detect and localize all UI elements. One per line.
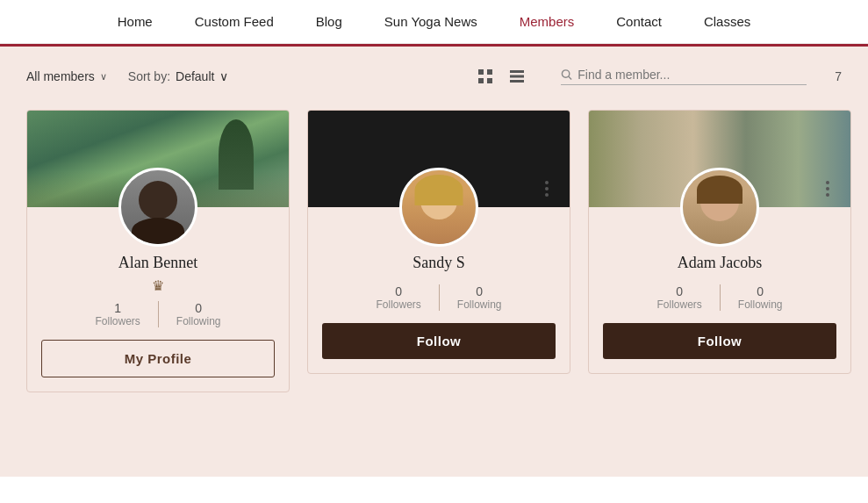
members-grid: Alan Bennet ♛ 1 Followers 0 Following My… [26,110,842,392]
nav-custom-feed[interactable]: Custom Feed [195,14,274,29]
following-count-sandy: 0 [457,284,502,298]
followers-label-sandy: Followers [376,298,420,311]
sort-caret: ∨ [219,69,228,83]
nav-classes[interactable]: Classes [704,14,750,29]
search-icon [561,68,572,81]
svg-rect-4 [510,70,524,73]
following-adam: 0 Following [721,284,800,311]
follow-button-adam[interactable]: Follow [603,323,836,359]
dot3 [826,193,829,197]
dot2 [826,187,829,190]
search-area [561,68,807,85]
my-profile-button[interactable]: My Profile [41,340,275,377]
following-count-alan: 0 [176,301,221,315]
followers-count-adam: 0 [656,284,701,298]
card-body-sandy: Sandy S 0 Followers 0 Following Follow [308,254,570,373]
all-members-label: All members [26,69,95,83]
member-name-alan: Alan Bennet [41,254,275,272]
grid-view-button[interactable] [473,64,498,89]
svg-point-7 [563,70,570,77]
followers-label-alan: Followers [95,315,140,327]
search-input[interactable] [577,68,807,82]
view-toggle [473,64,529,89]
stats-sandy: 0 Followers 0 Following [322,284,556,311]
member-card-alan: Alan Bennet ♛ 1 Followers 0 Following My… [26,110,290,392]
nav-sun-yoga-news[interactable]: Sun Yoga News [384,14,477,29]
member-card-sandy: Sandy S 0 Followers 0 Following Follow [307,110,570,374]
followers-label-adam: Followers [656,298,701,311]
following-count-adam: 0 [738,284,783,298]
sort-by-dropdown[interactable]: Sort by: Default ∨ [128,69,229,83]
dot3 [545,193,549,197]
member-count: 7 [835,69,842,83]
dot1 [545,181,549,184]
followers-adam: 0 Followers [639,284,720,311]
followers-count-sandy: 0 [376,284,420,298]
avatar-wrap-adam [589,168,850,247]
stats-alan: 1 Followers 0 Following [41,301,275,327]
following-label-alan: Following [176,315,221,327]
followers-alan: 1 Followers [77,301,158,327]
svg-rect-0 [478,69,484,75]
more-options-adam[interactable] [815,176,840,201]
more-options-sandy[interactable] [534,176,559,201]
avatar-adam [680,168,759,247]
card-body-alan: Alan Bennet ♛ 1 Followers 0 Following My… [27,254,289,392]
svg-rect-6 [510,80,524,83]
svg-rect-2 [478,78,484,83]
list-view-button[interactable] [505,64,529,89]
avatar-sandy [399,168,478,247]
followers-count-alan: 1 [95,301,140,315]
nav-contact[interactable]: Contact [616,14,662,29]
avatar-alan [118,168,197,247]
svg-line-8 [569,76,571,79]
main-nav: Home Custom Feed Blog Sun Yoga News Memb… [0,0,868,44]
svg-rect-3 [487,78,492,83]
nav-members[interactable]: Members [520,14,575,29]
follow-button-sandy[interactable]: Follow [322,323,556,359]
following-alan: 0 Following [159,301,239,327]
all-members-caret: ∨ [100,71,107,83]
card-body-adam: Adam Jacobs 0 Followers 0 Following Foll… [589,254,850,373]
member-name-sandy: Sandy S [322,254,556,272]
followers-sandy: 0 Followers [358,284,439,311]
sort-by-value: Default [176,69,214,83]
all-members-dropdown[interactable]: All members ∨ [26,69,107,83]
filter-bar: All members ∨ Sort by: Default ∨ [26,64,842,89]
svg-rect-1 [487,69,492,75]
nav-home[interactable]: Home [118,14,153,29]
avatar-wrap-alan [27,168,289,247]
following-label-sandy: Following [457,298,502,311]
main-content: All members ∨ Sort by: Default ∨ [0,47,868,477]
nav-blog[interactable]: Blog [316,14,342,29]
sort-by-label: Sort by: [128,69,170,83]
following-label-adam: Following [738,298,783,311]
member-name-adam: Adam Jacobs [603,254,836,272]
badge-icon-alan: ♛ [41,277,275,294]
svg-rect-5 [510,75,524,78]
dot2 [545,187,549,190]
member-card-adam: Adam Jacobs 0 Followers 0 Following Foll… [588,110,851,374]
following-sandy: 0 Following [440,284,520,311]
stats-adam: 0 Followers 0 Following [603,284,836,311]
dot1 [826,181,829,184]
avatar-wrap-sandy [308,168,570,247]
